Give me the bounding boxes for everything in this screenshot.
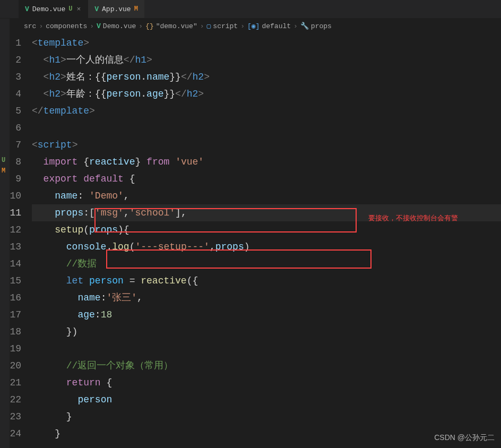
editor-tab-bar: V Demo.vue U × V App.vue M xyxy=(0,0,501,19)
crumb-file: VDemo.vue xyxy=(97,22,136,30)
chevron-right-icon: › xyxy=(37,22,45,30)
chevron-right-icon: › xyxy=(198,22,206,30)
tab-label: App.vue xyxy=(102,5,131,13)
code-line: name:'张三', xyxy=(32,289,501,306)
code-line: return { xyxy=(32,374,501,391)
code-line: //数据 xyxy=(32,255,501,272)
crumb-props: 🔧 props xyxy=(300,22,332,30)
breadcrumb[interactable]: src › components › VDemo.vue › {} "demo.… xyxy=(0,19,501,33)
code-line: age:18 xyxy=(32,306,501,323)
crumb-src: src xyxy=(24,22,36,30)
code-content[interactable]: <template> <h1>一个人的信息</h1> <h2>姓名：{{pers… xyxy=(32,33,501,442)
code-line: name: 'Demo', xyxy=(32,187,501,204)
code-line: <h2>年龄：{{person.age}}</h2> xyxy=(32,85,501,102)
git-badge: M xyxy=(134,5,138,13)
chevron-right-icon: › xyxy=(292,22,299,30)
code-line: //返回一个对象（常用） xyxy=(32,357,501,374)
chevron-right-icon: › xyxy=(137,22,144,30)
git-badge: U xyxy=(68,5,72,13)
code-line: let person = reactive({ xyxy=(32,272,501,289)
tab-app-vue[interactable]: V App.vue M xyxy=(88,0,144,18)
code-line: export default { xyxy=(32,170,501,187)
tab-label: Demo.vue xyxy=(32,5,65,13)
close-icon[interactable]: × xyxy=(75,5,82,13)
status-badge-u: U xyxy=(2,157,5,164)
crumb-default: [◉] default xyxy=(247,22,291,30)
vue-icon: V xyxy=(25,5,29,13)
code-line xyxy=(32,340,501,357)
tab-demo-vue[interactable]: V Demo.vue U × xyxy=(19,0,88,18)
git-status-badges: U M xyxy=(2,157,5,175)
code-line: import {reactive} from 'vue' xyxy=(32,153,501,170)
crumb-components: components xyxy=(46,22,87,30)
crumb-object: {} "demo.vue" xyxy=(145,22,197,30)
activity-bar xyxy=(0,19,10,448)
code-line: console.log('---setup---',props) xyxy=(32,238,501,255)
code-line: } xyxy=(32,408,501,425)
code-line: <script> xyxy=(32,136,501,153)
code-line: </template> xyxy=(32,102,501,119)
code-editor[interactable]: 1 2 3 4 5 6 7 8 9 10 11 12 13 14 15 16 1… xyxy=(0,33,501,442)
code-line: <template> xyxy=(32,35,501,51)
code-line: setup(props){ xyxy=(32,221,501,238)
chevron-right-icon: › xyxy=(239,22,246,30)
watermark: CSDN @公孙元二 xyxy=(434,433,495,443)
status-badge-m: M xyxy=(2,167,5,175)
code-line: } xyxy=(32,425,501,442)
vue-icon: V xyxy=(94,5,99,13)
annotation-text: 要接收，不接收控制台会有警 xyxy=(368,213,458,223)
code-line xyxy=(32,119,501,136)
code-line: <h2>姓名：{{person.name}}</h2> xyxy=(32,68,501,85)
code-line: <h1>一个人的信息</h1> xyxy=(32,51,501,68)
crumb-script: ▢ script xyxy=(207,22,238,30)
code-line: person xyxy=(32,391,501,408)
chevron-right-icon: › xyxy=(88,22,96,30)
code-line: }) xyxy=(32,323,501,340)
